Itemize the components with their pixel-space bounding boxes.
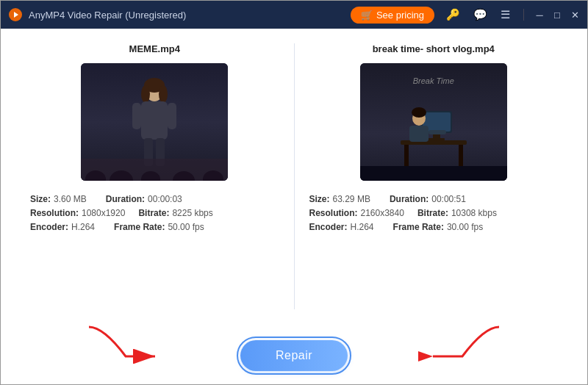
right-framerate: Frame Rate: 30.00 fps (393, 222, 484, 232)
left-panel-title: MEME.mp4 (129, 43, 180, 54)
svg-rect-17 (404, 145, 409, 167)
repair-button-wrapper: Repair (240, 340, 348, 371)
right-meta-row-2: Resolution: 2160x3840 Bitrate: 10308 kbp… (309, 208, 559, 218)
close-button[interactable]: ✕ (570, 10, 580, 20)
left-bitrate: Bitrate: 8225 kbps (138, 208, 212, 218)
right-metadata: Size: 63.29 MB Duration: 00:00:51 Resolu… (302, 194, 566, 236)
panel-divider (294, 43, 295, 309)
titlebar: AnyMP4 Video Repair (Unregistered) 🛒 See… (1, 1, 587, 29)
right-arrow (418, 320, 506, 364)
svg-point-14 (173, 171, 195, 181)
svg-point-11 (85, 170, 106, 181)
svg-rect-10 (168, 103, 176, 129)
cart-icon: 🛒 (361, 10, 373, 21)
svg-rect-6 (141, 101, 168, 140)
left-video-thumbnail (81, 63, 228, 181)
svg-rect-18 (459, 145, 463, 167)
titlebar-actions: 🔑 💬 ☰ ─ □ ✕ (443, 7, 580, 23)
repair-button[interactable]: Repair (240, 340, 348, 371)
key-icon[interactable]: 🔑 (443, 7, 463, 23)
right-duration: Duration: 00:00:51 (390, 194, 466, 204)
svg-rect-25 (409, 126, 429, 142)
app-title: AnyMP4 Video Repair (Unregistered) (29, 10, 351, 21)
left-meta-row-2: Resolution: 1080x1920 Bitrate: 8225 kbps (30, 208, 279, 218)
see-pricing-button[interactable]: 🛒 See pricing (351, 7, 434, 24)
svg-point-13 (141, 171, 160, 181)
right-panel: break time- short vlog.mp4 Break Time (302, 43, 566, 309)
svg-rect-22 (429, 138, 445, 140)
svg-rect-26 (429, 130, 446, 134)
titlebar-divider (523, 9, 524, 21)
right-video-person (393, 89, 474, 170)
panels: MEME.mp4 (23, 43, 565, 309)
main-content: MEME.mp4 (1, 29, 587, 385)
svg-point-12 (110, 170, 133, 181)
break-time-overlay: Break Time (413, 76, 454, 85)
left-metadata: Size: 3.60 MB Duration: 00:00:03 Resolut… (23, 194, 287, 236)
left-size: Size: 3.60 MB (30, 194, 87, 204)
right-meta-row-1: Size: 63.29 MB Duration: 00:00:51 (309, 194, 559, 204)
right-video-thumbnail: Break Time (360, 63, 507, 181)
right-size: Size: 63.29 MB (309, 194, 370, 204)
right-bitrate: Bitrate: 10308 kbps (417, 208, 497, 218)
left-resolution: Resolution: 1080x1920 (30, 208, 125, 218)
left-meta-row-3: Encoder: H.264 Frame Rate: 50.00 fps (30, 222, 279, 232)
right-meta-row-3: Encoder: H.264 Frame Rate: 30.00 fps (309, 222, 559, 232)
right-encoder: Encoder: H.264 (309, 222, 374, 232)
left-duration: Duration: 00:00:03 (106, 194, 182, 204)
svg-point-24 (412, 107, 426, 118)
chat-icon[interactable]: 💬 (470, 7, 490, 23)
minimize-button[interactable]: ─ (534, 10, 545, 20)
bottom-area: Repair (23, 312, 565, 371)
svg-point-5 (159, 85, 168, 103)
menu-icon[interactable]: ☰ (498, 7, 513, 23)
left-encoder: Encoder: H.264 (30, 222, 95, 232)
left-meta-row-1: Size: 3.60 MB Duration: 00:00:03 (30, 194, 279, 204)
right-resolution: Resolution: 2160x3840 (309, 208, 404, 218)
left-arrow (82, 320, 170, 364)
maximize-button[interactable]: □ (552, 10, 562, 20)
right-panel-title: break time- short vlog.mp4 (373, 43, 495, 54)
svg-point-4 (141, 85, 150, 103)
app-logo (8, 7, 23, 22)
left-framerate: Frame Rate: 50.00 fps (114, 222, 204, 232)
svg-point-15 (203, 170, 223, 181)
left-panel: MEME.mp4 (23, 43, 287, 309)
audience-silhouette (81, 159, 228, 181)
svg-rect-9 (132, 103, 141, 129)
